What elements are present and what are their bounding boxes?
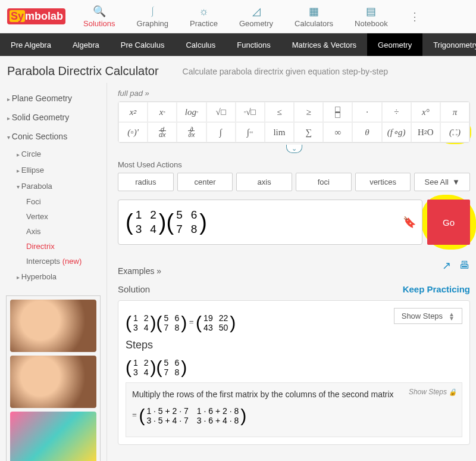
show-steps-button[interactable]: Show Steps ▲▼ [394,308,462,324]
nav-graphing[interactable]: ⎰Graphing [126,2,179,32]
nav-notebook[interactable]: ▤Notebook [344,1,399,32]
ad-thumbnails [6,295,101,461]
tb-dot[interactable]: · [352,102,381,122]
solution-label: Solution [118,284,150,294]
tb-ddx[interactable]: ddx [148,122,177,142]
sidebar-conic-sections[interactable]: Conic Sections [0,127,107,146]
result-equation: ( 12 34 ) ( 56 78 ) = ( 1922 4350 ) [126,313,394,333]
tb-nroot[interactable]: ▫√ [236,102,265,122]
tb-x-power[interactable]: x▫ [148,102,177,122]
tb-degree[interactable]: x° [411,102,440,122]
step-text: Multiply the rows of the first matrix by… [132,390,394,399]
tb-defint[interactable]: ∫▫▫ [236,122,265,142]
math-toolbar: x2 x▫ log▫ √ ▫√ ≤ ≥ · ÷ x° π (▫)' ddx ∂∂… [118,101,470,143]
ad-thumb-2[interactable] [10,356,96,408]
subj-geometry[interactable]: Geometry [367,33,422,56]
expression-input[interactable]: ( 12 34 ) ( 56 78 ) 🔖 [118,200,422,245]
tb-prime[interactable]: (▫)' [118,122,148,142]
tb-compose[interactable]: (f∘g) [382,122,411,142]
sidebar-vertex[interactable]: Vertex [0,209,107,224]
tb-x-squared[interactable]: x2 [118,102,148,122]
action-row: radius center axis foci vertices See All… [118,173,470,191]
main-content: full pad » x2 x▫ log▫ √ ▫√ ≤ ≥ · ÷ x° π … [107,83,476,461]
bookmark-icon[interactable]: 🔖 [403,216,416,229]
notebook-icon: ▤ [366,5,376,18]
title-row: Parabola Directrix Calculator Calculate … [0,56,476,83]
subj-pre-algebra[interactable]: Pre Algebra [0,33,62,56]
step-description-box: Show Steps Multiply the rows of the firs… [126,382,462,437]
tb-pi[interactable]: π [440,102,469,122]
sidebar-solid-geometry[interactable]: Solid Geometry [0,108,107,127]
expanded-equation: = ( 1 · 5 + 2 · 71 · 6 + 2 · 8 3 · 5 + 4… [132,406,456,426]
bulb-icon: ☼ [199,5,209,18]
tb-leq[interactable]: ≤ [265,102,294,122]
tb-geq[interactable]: ≥ [294,102,323,122]
sidebar-foci[interactable]: Foci [0,194,107,209]
subj-functions[interactable]: Functions [226,33,281,56]
solution-panel: Show Steps ▲▼ ( 12 34 ) ( 56 78 ) = ( 19… [118,300,470,445]
subj-matrices-vectors[interactable]: Matrices & Vectors [281,33,367,56]
page-title: Parabola Directrix Calculator [7,64,159,78]
sidebar-hyperbola[interactable]: Hyperbola [0,269,107,285]
steps-heading: Steps [126,339,462,351]
tb-partial[interactable]: ∂∂x [177,122,206,142]
action-see-all[interactable]: See All▼ [414,173,470,191]
sidebar-circle[interactable]: Circle [0,146,107,162]
action-axis[interactable]: axis [236,173,292,191]
nav-geometry[interactable]: ◿Geometry [228,1,284,32]
print-icon[interactable]: 🖶 [459,259,470,272]
graph-icon: ⎰ [149,5,156,18]
sidebar-directrix[interactable]: Directrix [0,239,107,254]
tb-int[interactable]: ∫ [206,122,236,142]
nav-practice[interactable]: ☼Practice [179,2,228,32]
triangle-icon: ◿ [252,5,261,18]
sort-icon: ▲▼ [449,312,455,320]
tb-lim[interactable]: lim [265,122,294,142]
toolbar-expand-icon[interactable]: ⌄ [286,145,302,153]
full-pad-link[interactable]: full pad » [118,89,470,98]
keep-practicing-link[interactable]: Keep Practicing [403,284,470,294]
action-center[interactable]: center [177,173,233,191]
share-icon[interactable]: ↗ [442,259,451,272]
sidebar: Plane Geometry Solid Geometry Conic Sect… [0,83,107,461]
nav-calculators[interactable]: ▦Calculators [284,1,344,32]
top-nav: Symbolab 🔍Solutions ⎰Graphing ☼Practice … [0,0,476,33]
tb-div[interactable]: ÷ [382,102,411,122]
tb-sqrt[interactable]: √ [206,102,236,122]
examples-link[interactable]: Examples » [118,266,161,276]
logo[interactable]: Symbolab [0,6,73,27]
more-icon[interactable]: ⋮ [399,10,431,23]
tb-theta[interactable]: θ [352,122,381,142]
action-vertices[interactable]: vertices [355,173,411,191]
dropdown-icon: ▼ [452,177,460,186]
tb-matrix[interactable]: (▫ ▫▫ ▫) [440,122,469,142]
subj-pre-calculus[interactable]: Pre Calculus [110,33,176,56]
sidebar-intercepts[interactable]: Intercepts (new) [0,254,107,269]
sidebar-ellipse[interactable]: Ellipse [0,162,107,178]
ad-thumb-1[interactable] [10,300,96,352]
ad-thumb-3[interactable] [10,412,96,461]
tb-infty[interactable]: ∞ [323,122,352,142]
tb-frac[interactable] [323,102,352,122]
steps-equation-1: ( 12 34 ) ( 56 78 ) [126,357,462,378]
subj-trigonometry[interactable]: Trigonometry [422,33,476,56]
show-steps-link[interactable]: Show Steps [409,388,457,396]
subj-algebra[interactable]: Algebra [62,33,110,56]
most-used-label: Most Used Actions [118,160,470,169]
grid-icon: ▦ [309,5,319,18]
page-subtitle: Calculate parabola directrix given equat… [183,67,389,76]
sidebar-parabola[interactable]: Parabola [0,178,107,194]
action-radius[interactable]: radius [118,173,174,191]
sidebar-plane-geometry[interactable]: Plane Geometry [0,89,107,108]
tb-sum[interactable]: ∑ [294,122,323,142]
go-button[interactable]: Go [427,200,470,245]
search-icon: 🔍 [93,5,106,18]
tb-log[interactable]: log▫ [177,102,206,122]
subj-calculus[interactable]: Calculus [175,33,226,56]
nav-solutions[interactable]: 🔍Solutions [73,1,126,32]
action-foci[interactable]: foci [296,173,352,191]
tb-h2o[interactable]: H2O [411,122,440,142]
subject-bar: Pre Algebra Algebra Pre Calculus Calculu… [0,33,476,56]
sidebar-axis[interactable]: Axis [0,224,107,239]
